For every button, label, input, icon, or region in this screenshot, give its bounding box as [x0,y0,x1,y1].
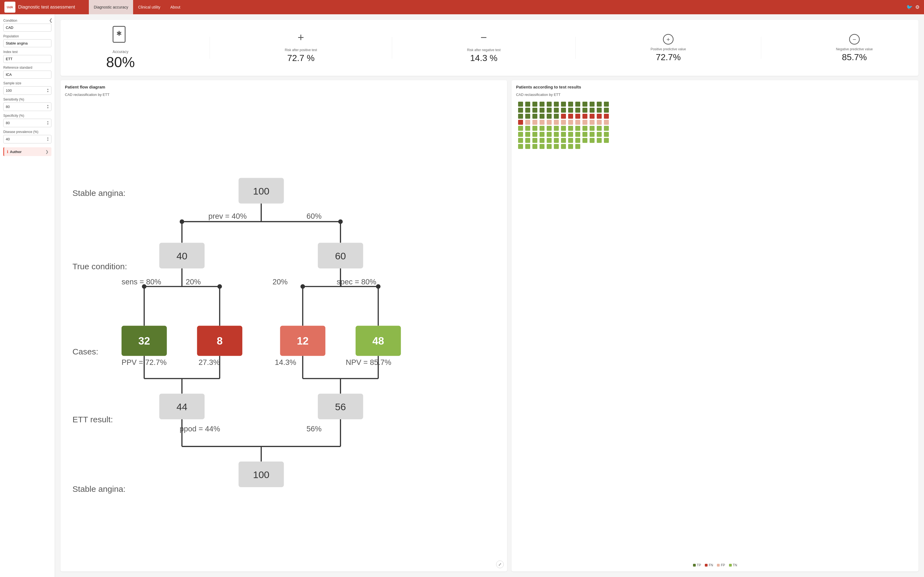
patient-cell [540,102,544,106]
sensitivity-input-wrapper: 80 ▲ ▼ [3,103,52,111]
svg-text:spec = 80%: spec = 80% [337,277,376,286]
sensitivity-down[interactable]: ▼ [47,107,49,109]
svg-text:ETT result:: ETT result: [72,415,113,424]
patient-cell [604,108,609,113]
ppv-icon: + [662,33,674,46]
patient-cell [518,114,523,119]
author-label: Author [10,150,45,154]
patient-cell [554,102,559,106]
header-icons: 🐦 ⚙ [906,4,919,10]
patient-cell [540,132,544,137]
patient-cell [575,126,580,131]
patient-cell [547,102,552,106]
patient-cell [532,120,537,125]
panels-row: Patient flow diagram CAD reclassificatio… [60,80,919,572]
nav-bar: Diagnostic accuracy Clinical utility Abo… [89,0,185,14]
specificity-field-group: Specificity (%) 80 ▲ ▼ [3,114,52,127]
flow-diagram-panel: Patient flow diagram CAD reclassificatio… [60,80,507,572]
patient-cell [575,132,580,137]
index-test-input[interactable] [3,55,52,63]
sidebar-collapse-button[interactable]: ❮ [49,18,53,23]
svg-text:44: 44 [176,401,187,413]
legend-tn: TN [729,563,737,567]
condition-input[interactable] [3,24,52,32]
prevalence-spinner[interactable]: ▲ ▼ [47,137,49,142]
patient-cell [525,108,530,113]
svg-text:prev = 40%: prev = 40% [208,212,247,220]
patient-cell [604,138,609,143]
sensitivity-up[interactable]: ▲ [47,105,49,106]
sensitivity-value: 80 [6,105,10,109]
flow-diagram-subtitle: CAD reclassification by ETT [65,93,503,97]
patient-cell [540,120,544,125]
patient-cell [575,114,580,119]
reference-standard-input[interactable] [3,71,52,79]
fn-label: FN [709,563,713,567]
tp-dot [693,564,696,567]
npv-value: 85.7% [842,52,867,62]
tab-about[interactable]: About [165,0,185,14]
svg-text:56%: 56% [307,424,322,433]
patient-cell [518,144,523,149]
sensitivity-spinner[interactable]: ▲ ▼ [47,105,49,109]
svg-text:sens = 80%: sens = 80% [121,277,161,286]
patient-cell [590,120,594,125]
risk-negative-label: Risk after negative test [467,48,501,52]
index-test-field-group: Index test [3,50,52,63]
sample-size-down[interactable]: ▼ [47,91,49,93]
prevalence-down[interactable]: ▼ [47,139,49,142]
population-label: Population [3,34,52,38]
accuracy-icon: ✱ [111,25,130,48]
fp-dot [717,564,720,567]
author-row[interactable]: ℹ Author ❯ [3,147,52,156]
specificity-down[interactable]: ▼ [47,123,49,125]
sensitivity-field-group: Sensitivity (%) 80 ▲ ▼ [3,98,52,111]
patient-cell [590,138,594,143]
fn-dot [705,564,708,567]
risk-positive-label: Risk after positive test [285,48,317,52]
patient-cell [518,138,523,143]
patient-cell [554,132,559,137]
specificity-spinner[interactable]: ▲ ▼ [47,121,49,125]
tab-clinical-utility[interactable]: Clinical utility [133,0,165,14]
svg-text:True condition:: True condition: [72,262,127,271]
patient-cell [561,138,566,143]
patient-grid-subtitle: CAD reclassification by ETT [516,93,914,97]
app-title: Diagnostic test assessment [18,5,75,10]
patient-cell [518,132,523,137]
patient-cell [597,138,602,143]
sidebar: ❮ Condition Population Index test Refere… [0,14,55,577]
sample-size-spinner[interactable]: ▲ ▼ [47,88,49,93]
patient-cell [547,120,552,125]
ppv-value: 72.7% [656,52,681,62]
sample-size-value: 100 [6,89,12,93]
risk-positive-value: 72.7 % [287,53,315,63]
github-icon[interactable]: ⚙ [915,4,919,10]
patient-cell [568,120,573,125]
prevalence-input-wrapper: 40 ▲ ▼ [3,135,52,143]
patient-cell [561,132,566,137]
sample-size-up[interactable]: ▲ [47,88,49,90]
patient-cell [568,114,573,119]
patient-cell [582,102,587,106]
tab-diagnostic-accuracy[interactable]: Diagnostic accuracy [89,0,133,14]
specificity-up[interactable]: ▲ [47,121,49,123]
svg-text:27.3%: 27.3% [199,358,220,366]
population-input[interactable] [3,39,52,47]
patient-cell [518,102,523,106]
twitter-icon[interactable]: 🐦 [906,4,913,10]
patient-cell [554,114,559,119]
condition-field-group: Condition [3,19,52,32]
patient-cell [547,126,552,131]
npv-label: Negative predictive value [836,47,873,51]
patient-cell [525,102,530,106]
ppv-group: + Positive predictive value 72.7% [651,33,686,62]
reference-standard-label: Reference standard [3,66,52,69]
patient-cell [575,138,580,143]
prevalence-up[interactable]: ▲ [47,137,49,139]
legend-row: TP FN FP TN [516,563,914,567]
patient-cell [540,138,544,143]
patient-cell [554,126,559,131]
legend-tp: TP [693,563,701,567]
patient-cell [532,102,537,106]
